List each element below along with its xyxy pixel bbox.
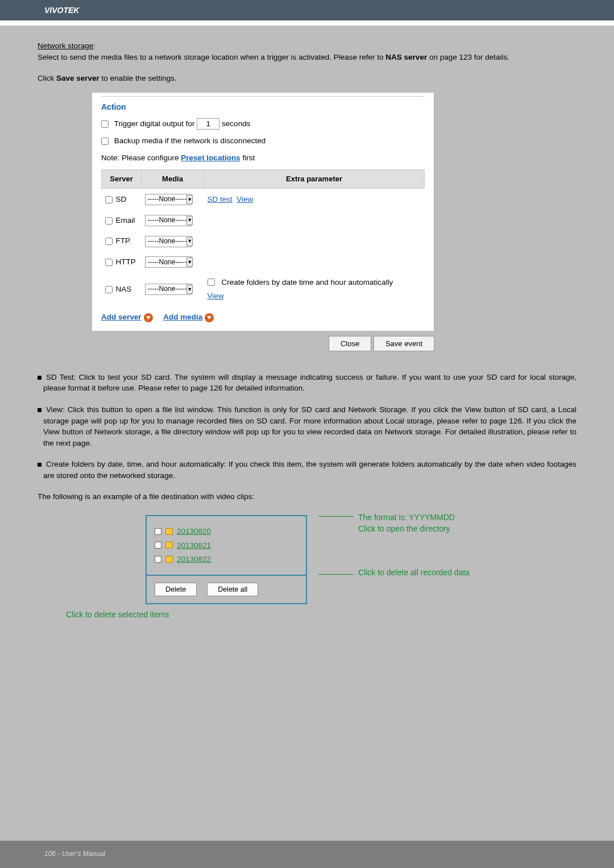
action-title: Action: [101, 96, 425, 113]
email-checkbox[interactable]: [105, 217, 113, 225]
folder-link-2[interactable]: 20130822: [177, 554, 211, 565]
sd-test-link[interactable]: SD test: [208, 195, 233, 203]
ftp-checkbox[interactable]: [105, 238, 113, 245]
bullet-create: Create folders by date, time, and hour a…: [43, 460, 576, 480]
save-event-button[interactable]: Save event: [374, 336, 434, 351]
ann-open: Click to open the directory: [358, 523, 455, 534]
click: Click: [38, 74, 56, 82]
chevron-down-icon: ▼: [186, 285, 193, 294]
nas-label: NAS: [116, 285, 132, 293]
ann-delall: Click to delete all recorded data: [358, 567, 470, 578]
bullet-view: View: Click this button to open a file l…: [43, 405, 576, 447]
trigger-do-checkbox[interactable]: [101, 121, 109, 128]
email-label: Email: [116, 216, 135, 225]
save-server: Save server: [56, 74, 99, 82]
bullet-icon: [38, 463, 42, 467]
email-media-select[interactable]: -----None-----▼: [145, 215, 192, 226]
chevron-down-icon: ▼: [186, 237, 193, 246]
ns-heading: Network storage: [38, 41, 93, 50]
ftp-label: FTP: [116, 236, 131, 245]
th-extra: Extra parameter: [204, 169, 425, 189]
trigger-do-label: Trigger digital output for: [114, 119, 197, 128]
folder-link-1[interactable]: 20130821: [177, 540, 211, 551]
chevron-down-icon: ▼: [186, 216, 193, 225]
th-media: Media: [142, 169, 204, 189]
action-panel: Action Trigger digital output for 1 seco…: [92, 92, 434, 331]
chevron-down-icon: ▼: [186, 258, 193, 267]
http-label: HTTP: [116, 258, 136, 266]
brand: VIVOTEK: [44, 6, 79, 15]
ann-format: The format is: YYYYMMDD: [358, 512, 455, 523]
nas-media-select[interactable]: -----None-----▼: [145, 284, 192, 295]
nas-checkbox[interactable]: [105, 286, 113, 293]
bullet-icon: [38, 376, 42, 380]
add-server-icon[interactable]: [144, 313, 153, 322]
note-pre: Note: Please configure: [101, 153, 181, 162]
enable: to enable the settings.: [102, 74, 177, 82]
http-media-select[interactable]: -----None-----▼: [145, 256, 192, 268]
delete-button[interactable]: Delete: [155, 583, 197, 596]
chevron-down-icon: ▼: [186, 195, 193, 204]
ns-text1: Select to send the media files to a netw…: [38, 53, 385, 61]
colon: :: [93, 41, 96, 50]
th-server: Server: [102, 169, 142, 189]
backup-label: Backup media if the network is disconnec…: [114, 136, 265, 145]
nas-server: NAS server: [385, 53, 427, 61]
folder-icon: [165, 528, 173, 535]
seconds-label: seconds: [222, 119, 250, 128]
add-server-link[interactable]: Add server: [101, 313, 142, 321]
ftp-media-select[interactable]: -----None-----▼: [145, 236, 192, 247]
folder-icon: [165, 556, 173, 563]
backup-checkbox[interactable]: [101, 138, 109, 145]
sd-media-select[interactable]: -----None-----▼: [145, 194, 192, 205]
delete-all-button[interactable]: Delete all: [207, 583, 258, 596]
sd-checkbox[interactable]: [105, 196, 113, 203]
ann-delsel: Click to delete selected items: [66, 609, 576, 620]
file-list-example: 20130820 20130821 20130822 Delete Delete…: [146, 515, 307, 604]
example-intro: The following is an example of a file de…: [38, 491, 576, 502]
folder-icon: [165, 542, 173, 549]
trigger-seconds-input[interactable]: 1: [197, 118, 219, 130]
add-media-link[interactable]: Add media: [163, 313, 202, 321]
nas-view-link[interactable]: View: [208, 290, 421, 302]
add-media-icon[interactable]: [205, 313, 214, 322]
create-folders-checkbox[interactable]: [208, 279, 215, 286]
item-checkbox[interactable]: [155, 556, 161, 563]
sd-label: SD: [116, 195, 127, 203]
folder-link-0[interactable]: 20130820: [177, 526, 211, 537]
page-footer: 106 - User's Manual: [44, 850, 105, 858]
http-checkbox[interactable]: [105, 259, 113, 266]
server-table: Server Media Extra parameter SD -----Non…: [101, 169, 425, 306]
item-checkbox[interactable]: [155, 528, 161, 535]
bullet-icon: [38, 408, 42, 412]
close-button[interactable]: Close: [329, 336, 371, 351]
create-folders-label: Create folders by date time and hour aut…: [222, 277, 393, 288]
item-checkbox[interactable]: [155, 542, 161, 549]
sd-view-link[interactable]: View: [237, 195, 253, 203]
note-post: first: [242, 153, 255, 162]
bullet-sdtest: SD Test: Click to test your SD card. The…: [43, 373, 576, 393]
ns-text2: on page 123 for details.: [429, 53, 509, 61]
preset-locations-link[interactable]: Preset locations: [181, 153, 240, 162]
